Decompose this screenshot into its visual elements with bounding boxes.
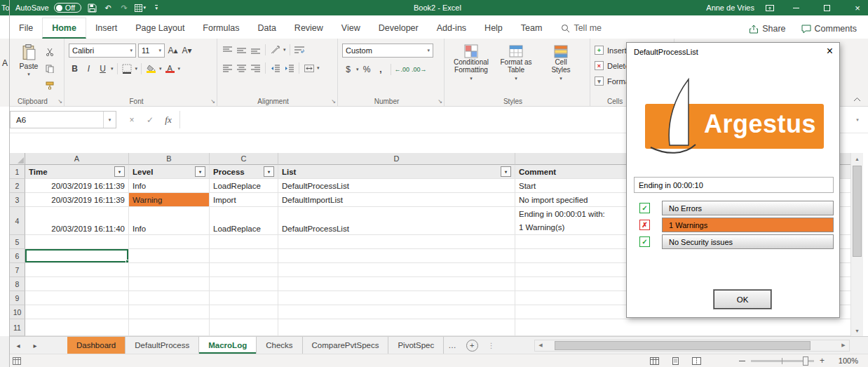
- cell-c3[interactable]: Import: [210, 193, 278, 207]
- name-box[interactable]: A6 ▾: [10, 111, 116, 128]
- format-as-table-button[interactable]: Format as Table ▾: [494, 41, 538, 95]
- select-all-corner[interactable]: [10, 153, 25, 165]
- page-break-view-button[interactable]: [690, 357, 704, 365]
- cell[interactable]: [25, 277, 129, 291]
- macro-record-button[interactable]: [13, 357, 21, 365]
- tab-developer[interactable]: Developer: [369, 18, 428, 39]
- cell[interactable]: [129, 263, 210, 277]
- maximize-button[interactable]: [816, 0, 837, 15]
- cell-a4[interactable]: 20/03/2019 16:11:40: [25, 207, 129, 235]
- cell[interactable]: [210, 263, 278, 277]
- vertical-scroll-thumb[interactable]: [853, 166, 862, 257]
- cell-c4[interactable]: LoadReplace: [210, 207, 278, 235]
- dialog-close-button[interactable]: ×: [827, 46, 833, 57]
- decrease-decimal-button[interactable]: .00→: [412, 63, 427, 76]
- insert-function-button[interactable]: fx: [160, 112, 177, 128]
- touch-mode-button[interactable]: ▾: [135, 4, 146, 12]
- tab-view[interactable]: View: [332, 18, 369, 39]
- cell[interactable]: [278, 291, 515, 305]
- header-cell-time[interactable]: Time▾: [25, 165, 129, 179]
- orientation-caret-icon[interactable]: ▾: [283, 47, 286, 53]
- borders-button[interactable]: [121, 62, 133, 75]
- paste-button[interactable]: Paste ▾: [14, 41, 43, 92]
- column-header-d[interactable]: D: [278, 153, 515, 165]
- cell[interactable]: [210, 249, 278, 263]
- merge-center-button[interactable]: [303, 62, 315, 74]
- cell[interactable]: [210, 277, 278, 291]
- sheet-nav-right-button[interactable]: ▸: [27, 337, 43, 354]
- row-header-9[interactable]: 9: [10, 291, 25, 305]
- collapse-ribbon-button[interactable]: [853, 94, 861, 104]
- font-name-combobox[interactable]: Calibri ▾: [69, 44, 136, 58]
- underline-button[interactable]: U: [97, 62, 109, 75]
- cell-warning-b3[interactable]: Warning: [129, 193, 210, 207]
- cell[interactable]: [278, 305, 515, 319]
- scroll-up-arrow[interactable]: ▲: [851, 153, 863, 164]
- cell[interactable]: [278, 277, 515, 291]
- share-button[interactable]: Share: [749, 24, 785, 34]
- tab-home[interactable]: Home: [42, 18, 86, 39]
- zoom-level[interactable]: 100%: [832, 356, 858, 365]
- zoom-slider[interactable]: [751, 360, 814, 362]
- ok-button[interactable]: OK: [714, 290, 771, 309]
- decrease-indent-button[interactable]: [269, 62, 281, 74]
- autosave-toggle[interactable]: Off: [54, 3, 81, 13]
- tab-team[interactable]: Team: [512, 18, 552, 39]
- row-header-2[interactable]: 2: [10, 179, 25, 193]
- cell[interactable]: [129, 235, 210, 249]
- increase-decimal-button[interactable]: ←.00: [395, 63, 410, 76]
- column-header-a[interactable]: A: [25, 153, 129, 165]
- row-header-1[interactable]: 1: [10, 165, 25, 179]
- undo-button[interactable]: ↶: [102, 4, 114, 13]
- comments-button[interactable]: Comments: [801, 24, 857, 34]
- font-dialog-launcher[interactable]: ↘: [210, 98, 215, 105]
- redo-button[interactable]: ↷: [118, 4, 130, 13]
- scroll-left-arrow[interactable]: ◀: [535, 340, 546, 351]
- cell[interactable]: [278, 249, 515, 263]
- alignment-dialog-launcher[interactable]: ↘: [331, 98, 336, 105]
- column-header-b[interactable]: B: [129, 153, 210, 165]
- cancel-entry-button[interactable]: ×: [123, 112, 140, 128]
- accounting-caret-icon[interactable]: ▾: [356, 67, 359, 72]
- zoom-in-button[interactable]: +: [820, 356, 825, 366]
- cell-d4[interactable]: DefaultProcessList: [278, 207, 515, 235]
- cell-styles-button[interactable]: Cell Styles ▾: [538, 41, 583, 95]
- underline-caret-icon[interactable]: ▾: [111, 66, 114, 72]
- normal-view-button[interactable]: [648, 357, 662, 365]
- cell[interactable]: [25, 305, 129, 319]
- align-center-button[interactable]: [236, 62, 247, 74]
- format-painter-button[interactable]: [43, 79, 55, 92]
- cell[interactable]: [210, 291, 278, 305]
- align-top-button[interactable]: [222, 44, 233, 56]
- horizontal-scrollbar[interactable]: ◀ ▶: [534, 340, 850, 352]
- close-button[interactable]: ×: [847, 0, 868, 15]
- orientation-button[interactable]: [269, 44, 281, 56]
- formula-bar-expand-button[interactable]: ▾: [851, 117, 864, 123]
- header-cell-process[interactable]: Process▾: [210, 165, 278, 179]
- confirm-entry-button[interactable]: ✓: [142, 112, 158, 128]
- zoom-out-button[interactable]: [739, 361, 745, 361]
- cell[interactable]: [25, 291, 129, 305]
- font-size-combobox[interactable]: 11 ▾: [138, 44, 165, 58]
- cell[interactable]: [25, 263, 129, 277]
- selected-cell-a6[interactable]: [25, 249, 129, 263]
- cell[interactable]: [210, 235, 278, 249]
- sheet-tab-checks[interactable]: Checks: [257, 337, 302, 354]
- fill-caret-icon[interactable]: ▾: [159, 66, 162, 72]
- cell-a3[interactable]: 20/03/2019 16:11:39: [25, 193, 129, 207]
- row-header-8[interactable]: 8: [10, 277, 25, 291]
- row-header-3[interactable]: 3: [10, 193, 25, 207]
- row-header-5[interactable]: 5: [10, 235, 25, 249]
- header-cell-level[interactable]: Level▾: [129, 165, 210, 179]
- sheet-tabs-overflow[interactable]: …: [444, 337, 461, 354]
- filter-button[interactable]: ▾: [195, 166, 205, 177]
- sheet-tab-dashboard[interactable]: Dashboard: [67, 337, 126, 354]
- font-color-caret-icon[interactable]: ▾: [178, 66, 181, 72]
- vertical-scrollbar[interactable]: ▲ ▼: [850, 153, 863, 336]
- cell[interactable]: [129, 291, 210, 305]
- cell[interactable]: [129, 305, 210, 319]
- cell-d3[interactable]: DefaultImportList: [278, 193, 515, 207]
- tab-formulas[interactable]: Formulas: [194, 18, 248, 39]
- row-header-11[interactable]: 11: [10, 319, 25, 336]
- tab-data[interactable]: Data: [248, 18, 285, 39]
